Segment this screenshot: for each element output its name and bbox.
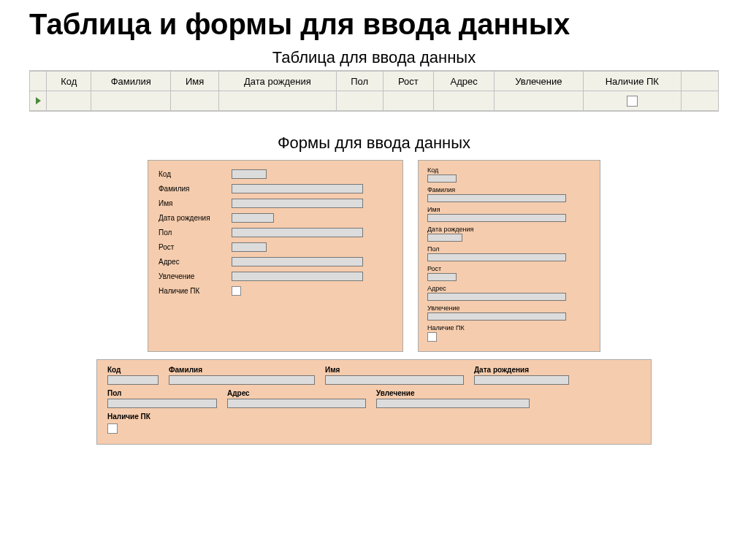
- form-columnar: Код Фамилия Имя Дата рождения Пол Рост А…: [148, 160, 403, 352]
- label-pc: Наличие ПК: [107, 413, 150, 421]
- input-address[interactable]: [427, 293, 566, 301]
- cell-name[interactable]: [171, 91, 219, 111]
- label-address: Адрес: [427, 285, 591, 292]
- label-code: Код: [159, 170, 232, 178]
- checkbox-pc[interactable]: [427, 332, 437, 342]
- input-name[interactable]: [427, 214, 566, 222]
- col-address[interactable]: Адрес: [434, 72, 495, 91]
- input-code[interactable]: [107, 375, 159, 385]
- col-hobby[interactable]: Увлечение: [495, 72, 583, 91]
- input-sex[interactable]: [232, 228, 363, 237]
- input-height[interactable]: [232, 242, 267, 252]
- label-surname: Фамилия: [427, 186, 591, 193]
- checkbox-pc[interactable]: [107, 423, 118, 434]
- col-pc[interactable]: Наличие ПК: [583, 72, 681, 91]
- section-forms-title: Формы для ввода данных: [29, 134, 719, 153]
- label-hobby: Увлечение: [427, 304, 591, 312]
- input-hobby[interactable]: [376, 399, 530, 408]
- label-code: Код: [107, 366, 159, 374]
- cell-address[interactable]: [434, 91, 495, 111]
- cell-height[interactable]: [383, 91, 434, 111]
- current-row-indicator[interactable]: [30, 91, 47, 111]
- input-sex[interactable]: [427, 253, 566, 261]
- label-sex: Пол: [159, 229, 232, 237]
- input-code[interactable]: [232, 169, 267, 179]
- row-selector-header: [30, 72, 47, 91]
- data-table: Код Фамилия Имя Дата рождения Пол Рост А…: [29, 70, 719, 112]
- col-sex[interactable]: Пол: [336, 72, 383, 91]
- label-birth: Дата рождения: [427, 226, 591, 233]
- cell-surname[interactable]: [91, 91, 171, 111]
- label-surname: Фамилия: [169, 366, 315, 374]
- label-height: Рост: [159, 243, 232, 251]
- cell-hobby[interactable]: [495, 91, 583, 111]
- cell-pc[interactable]: [583, 91, 681, 111]
- input-address[interactable]: [232, 257, 363, 266]
- col-spacer: [682, 72, 719, 91]
- input-surname[interactable]: [169, 375, 315, 385]
- col-surname[interactable]: Фамилия: [91, 72, 171, 91]
- form-stacked: Код Фамилия Имя Дата рождения Пол Рост А…: [418, 160, 600, 352]
- input-birth[interactable]: [232, 213, 274, 223]
- col-height[interactable]: Рост: [383, 72, 434, 91]
- label-hobby: Увлечение: [376, 389, 530, 397]
- label-hobby: Увлечение: [159, 272, 232, 280]
- form-tabular: Код Фамилия Имя Дата рождения Пол Адрес …: [96, 359, 652, 445]
- label-code: Код: [427, 166, 591, 174]
- label-pc: Наличие ПК: [159, 287, 232, 295]
- label-name: Имя: [325, 366, 464, 374]
- input-code[interactable]: [427, 174, 457, 183]
- checkbox-pc[interactable]: [232, 286, 241, 296]
- label-address: Адрес: [159, 258, 232, 266]
- label-birth: Дата рождения: [474, 366, 569, 374]
- section-table-title: Таблица для ввода данных: [29, 48, 719, 67]
- input-name[interactable]: [232, 199, 363, 208]
- col-code[interactable]: Код: [47, 72, 91, 91]
- label-name: Имя: [427, 206, 591, 213]
- label-birth: Дата рождения: [159, 214, 232, 222]
- col-name[interactable]: Имя: [171, 72, 219, 91]
- input-hobby[interactable]: [427, 312, 566, 321]
- input-surname[interactable]: [232, 184, 363, 193]
- label-sex: Пол: [427, 245, 591, 253]
- cell-birth[interactable]: [219, 91, 337, 111]
- col-birth[interactable]: Дата рождения: [219, 72, 337, 91]
- label-name: Имя: [159, 199, 232, 207]
- input-surname[interactable]: [427, 194, 566, 202]
- page-title: Таблица и формы для ввода данных: [29, 7, 719, 41]
- cell-spacer: [682, 91, 719, 111]
- input-height[interactable]: [427, 273, 457, 281]
- checkbox-icon[interactable]: [627, 96, 638, 107]
- cell-sex[interactable]: [336, 91, 383, 111]
- input-birth[interactable]: [427, 234, 462, 242]
- arrow-right-icon: [36, 97, 41, 104]
- input-sex[interactable]: [107, 399, 217, 408]
- input-address[interactable]: [227, 399, 366, 408]
- cell-code[interactable]: [47, 91, 91, 111]
- input-hobby[interactable]: [232, 272, 363, 281]
- label-sex: Пол: [107, 389, 217, 397]
- label-surname: Фамилия: [159, 185, 232, 193]
- label-pc: Наличие ПК: [427, 324, 591, 331]
- input-birth[interactable]: [474, 375, 569, 385]
- input-name[interactable]: [325, 375, 464, 385]
- label-height: Рост: [427, 265, 591, 272]
- label-address: Адрес: [227, 389, 366, 397]
